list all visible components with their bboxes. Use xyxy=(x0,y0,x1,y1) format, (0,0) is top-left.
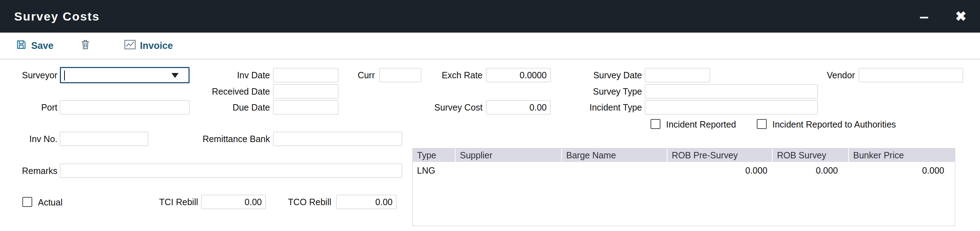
save-button[interactable]: Save xyxy=(16,39,54,53)
surveyor-label: Surveyor xyxy=(11,68,57,82)
remittance-bank-input[interactable] xyxy=(273,132,402,146)
chart-icon xyxy=(124,40,136,52)
incident-type-label: Incident Type xyxy=(556,100,642,115)
actual-checkbox[interactable] xyxy=(22,197,32,207)
save-label: Save xyxy=(31,40,54,51)
survey-date-input[interactable] xyxy=(645,68,710,82)
inv-date-label: Inv Date xyxy=(177,68,270,82)
incident-reported-label: Incident Reported xyxy=(666,118,736,131)
received-date-label: Received Date xyxy=(177,84,270,99)
remarks-input[interactable] xyxy=(60,164,402,178)
title-bar: Survey Costs – ✖ xyxy=(0,0,980,33)
incident-reported-authorities-label: Incident Reported to Authorities xyxy=(772,118,896,131)
column-header-bunker-price[interactable]: Bunker Price xyxy=(849,148,955,162)
close-button[interactable]: ✖ xyxy=(947,0,975,33)
tco-rebill-input[interactable] xyxy=(336,195,396,209)
survey-type-label: Survey Type xyxy=(556,84,642,99)
curr-label: Curr xyxy=(319,68,375,82)
actual-label: Actual xyxy=(38,196,62,208)
survey-cost-label: Survey Cost xyxy=(407,100,482,115)
window-title: Survey Costs xyxy=(14,10,100,23)
minimize-button[interactable]: – xyxy=(910,0,938,33)
toolbar: Save Invoice xyxy=(0,33,980,59)
exch-rate-label: Exch Rate xyxy=(407,68,482,82)
trash-icon xyxy=(80,39,90,53)
port-label: Port xyxy=(11,100,57,115)
remarks-label: Remarks xyxy=(11,164,57,178)
column-header-barge-name[interactable]: Barge Name xyxy=(562,148,668,162)
column-header-rob-pre-survey[interactable]: ROB Pre-Survey xyxy=(668,148,773,162)
text-caret xyxy=(64,70,65,80)
due-date-input[interactable] xyxy=(273,100,338,115)
due-date-label: Due Date xyxy=(177,100,270,115)
surveyor-combobox[interactable] xyxy=(60,67,189,83)
column-header-supplier[interactable]: Supplier xyxy=(456,148,562,162)
floppy-disk-icon xyxy=(16,39,27,53)
delete-button[interactable] xyxy=(80,39,90,53)
vendor-label: Vendor xyxy=(797,68,855,82)
invoice-button[interactable]: Invoice xyxy=(124,40,173,52)
incident-type-input[interactable] xyxy=(645,100,818,115)
inv-no-label: Inv No. xyxy=(11,132,57,146)
incident-reported-authorities-checkbox[interactable] xyxy=(757,119,767,129)
incident-reported-checkbox[interactable] xyxy=(651,119,660,129)
inv-no-input[interactable] xyxy=(60,132,148,146)
survey-costs-window: Survey Costs – ✖ Save Invoice Surveyor I… xyxy=(0,0,980,231)
cell-rob-pre-survey: 0.000 xyxy=(668,165,767,176)
vendor-input[interactable] xyxy=(859,68,963,82)
cell-type: LNG xyxy=(417,165,435,176)
tci-rebill-label: TCI Rebill xyxy=(124,195,198,209)
tci-rebill-input[interactable] xyxy=(201,195,266,209)
received-date-input[interactable] xyxy=(273,84,338,99)
exch-rate-input[interactable] xyxy=(486,68,550,82)
close-icon: ✖ xyxy=(955,8,967,24)
survey-cost-input[interactable] xyxy=(486,100,550,115)
column-header-type[interactable]: Type xyxy=(413,148,456,162)
bunker-survey-table: Type Supplier Barge Name ROB Pre-Survey … xyxy=(412,148,955,226)
cell-rob-survey: 0.000 xyxy=(773,165,838,176)
cell-bunker-price: 0.000 xyxy=(849,165,944,176)
remittance-bank-label: Remittance Bank xyxy=(177,132,270,146)
survey-date-label: Survey Date xyxy=(556,68,642,82)
tco-rebill-label: TCO Rebill xyxy=(259,195,331,209)
port-input[interactable] xyxy=(60,100,189,115)
invoice-label: Invoice xyxy=(140,40,173,51)
survey-type-input[interactable] xyxy=(645,84,818,99)
minimize-icon: – xyxy=(920,7,929,26)
column-header-rob-survey[interactable]: ROB Survey xyxy=(773,148,849,162)
